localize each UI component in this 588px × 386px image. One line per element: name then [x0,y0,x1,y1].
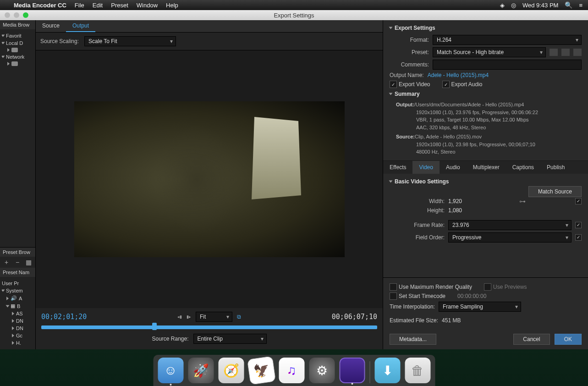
zoom-fit-dropdown[interactable]: Fit [196,312,232,322]
source-scaling-label: Source Scaling: [40,38,79,44]
preset-dropdown[interactable]: Match Source - High bitrate [433,47,546,57]
height-value[interactable]: 1,080 [448,207,476,214]
export-settings-panel: Export Settings Format: H.264 Preset: Ma… [383,20,588,349]
duration-timecode: 00;06;07;10 [332,313,377,321]
dock-safari-icon[interactable]: 🧭 [218,358,244,383]
preset-browser-header[interactable]: Preset Brow [0,248,35,257]
comments-input[interactable] [433,60,582,70]
tab-publish[interactable]: Publish [540,161,571,174]
format-dropdown[interactable]: H.264 [433,35,582,45]
output-name-link[interactable]: Adele - Hello (2015).mp4 [428,72,489,78]
step-fwd-button[interactable]: ▮▸ [187,314,191,319]
source-range-dropdown[interactable]: Entire Clip [193,334,267,344]
timeline-controls: 00;02;01;20 ◂▮ ▮▸ Fit ⧉ 00;06;07;10 Sour… [36,308,383,349]
time-interpolation-dropdown[interactable]: Frame Sampling [439,302,521,312]
playhead[interactable] [152,323,157,330]
favorites-node[interactable]: Favorit [2,32,33,39]
output-name-label: Output Name: [390,72,424,78]
tab-captions[interactable]: Captions [506,161,540,174]
match-source-button[interactable]: Match Source [528,186,582,197]
dock-itunes-icon[interactable]: ♫ [279,358,304,383]
minimize-window-button[interactable] [14,12,19,18]
menu-edit[interactable]: Edit [93,2,103,9]
export-video-checkbox[interactable]: Export Video [390,81,430,88]
set-start-timecode-checkbox[interactable]: Set Start Timecode [390,292,445,300]
dock-finder-icon[interactable]: ☺ [158,358,183,383]
import-preset-icon[interactable] [561,49,570,56]
tab-source[interactable]: Source [36,20,66,32]
drive-item[interactable] [2,47,33,53]
source-scaling-dropdown[interactable]: Scale To Fit [84,36,176,46]
time-interpolation-label: Time Interpolation: [390,303,435,310]
app-name[interactable]: Media Encoder CC [14,2,66,9]
preset-settings-button[interactable]: ▦ [25,259,32,266]
summary-heading[interactable]: Summary [390,91,582,97]
dock-trash-icon[interactable]: 🗑 [405,358,430,383]
cc-sync-icon[interactable]: ◎ [511,2,516,9]
menu-list-icon[interactable]: ≡ [579,2,583,9]
width-value[interactable]: 1,920 [448,198,476,204]
save-preset-icon[interactable] [550,49,558,56]
add-preset-button[interactable]: + [3,259,10,266]
media-browser-header[interactable]: Media Brow [0,20,35,29]
dock-launchpad-icon[interactable]: 🚀 [188,358,214,383]
preset-item[interactable]: AS [2,310,33,317]
framerate-match-checkbox[interactable]: ✓ [575,222,582,228]
tab-multiplexer[interactable]: Multiplexer [467,161,506,174]
local-drives-node[interactable]: Local D [2,39,33,47]
ok-button[interactable]: OK [555,334,582,345]
preview-panel: Source Output Source Scaling: Scale To F… [36,20,383,349]
framerate-label: Frame Rate: [390,222,445,228]
delete-preset-icon[interactable] [573,49,582,56]
preset-item[interactable]: DN [2,317,33,325]
step-back-button[interactable]: ◂▮ [177,314,182,319]
current-timecode[interactable]: 00;02;01;20 [41,313,87,321]
preset-group[interactable]: ▦B [2,302,33,310]
menu-help[interactable]: Help [166,2,178,9]
fieldorder-match-checkbox[interactable]: ✓ [575,234,582,241]
tab-effects[interactable]: Effects [383,161,412,174]
dock-media-encoder-icon[interactable] [339,358,365,383]
tab-video[interactable]: Video [412,161,439,174]
user-presets-node[interactable]: User Pr [2,280,33,287]
link-dimensions-icon[interactable]: ⊶ [519,198,526,205]
export-audio-checkbox[interactable]: Export Audio [442,81,483,88]
width-match-checkbox[interactable]: ✓ [575,198,582,204]
network-drives-node[interactable]: Network [2,53,33,61]
preset-item[interactable]: H. [2,339,33,347]
cancel-button[interactable]: Cancel [513,334,550,345]
preset-group[interactable]: 🔊A [2,294,33,302]
max-render-quality-checkbox[interactable]: Use Maximum Render Quality [390,283,472,291]
fieldorder-dropdown[interactable]: Progressive [448,232,572,243]
menu-window[interactable]: Window [137,2,158,9]
mac-dock: ☺ 🚀 🧭 🦅 ♫ ⚙ ⬇ 🗑 [153,355,435,386]
preset-name-column[interactable]: Preset Nam [0,268,35,277]
zoom-window-button[interactable] [23,12,28,18]
close-window-button[interactable] [5,12,10,18]
drive-item[interactable] [2,61,33,67]
dock-sysprefs-icon[interactable]: ⚙ [309,358,335,383]
height-label: Height: [390,207,445,214]
preset-item[interactable]: DN [2,325,33,332]
basic-video-heading[interactable]: Basic Video Settings [390,178,582,185]
menu-preset[interactable]: Preset [111,2,128,9]
system-presets-node[interactable]: System [2,287,33,294]
menu-file[interactable]: File [75,2,84,9]
spotlight-icon[interactable]: 🔍 [565,1,572,9]
dock-mail-icon[interactable]: 🦅 [247,356,275,385]
tab-audio[interactable]: Audio [440,161,467,174]
notification-icon[interactable]: ◈ [500,2,505,9]
timeline-track[interactable] [41,325,377,329]
export-settings-heading[interactable]: Export Settings [390,25,582,31]
start-timecode-value[interactable]: 00:00:00:00 [457,293,486,299]
clock[interactable]: Wed 9:43 PM [522,2,559,9]
use-previews-checkbox[interactable]: Use Previews [484,283,527,291]
remove-preset-button[interactable]: − [14,259,21,266]
preset-item[interactable]: Gc [2,332,33,339]
metadata-button[interactable]: Metadata... [390,334,436,345]
video-preview[interactable] [74,101,345,257]
crop-icon[interactable]: ⧉ [237,314,241,320]
dock-downloads-icon[interactable]: ⬇ [374,358,400,383]
tab-output[interactable]: Output [66,20,95,32]
framerate-dropdown[interactable]: 23.976 [448,220,572,230]
